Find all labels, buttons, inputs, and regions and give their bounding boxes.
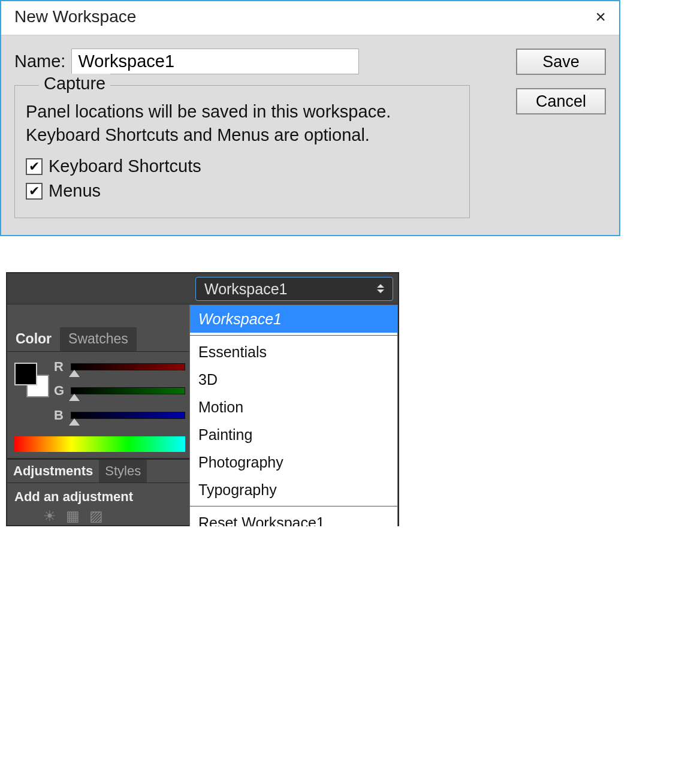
tab-swatches[interactable]: Swatches	[60, 327, 137, 351]
channel-label-g: G	[54, 383, 67, 399]
dialog-body: Name: Capture Panel locations will be sa…	[1, 35, 619, 235]
checkbox-label: Keyboard Shortcuts	[49, 156, 201, 176]
workspace-menu-item-workspace1[interactable]: Workspace1	[190, 305, 397, 333]
checkbox-menus[interactable]: ✔ Menus	[26, 181, 458, 201]
name-input[interactable]	[71, 49, 359, 74]
capture-description: Panel locations will be saved in this wo…	[26, 100, 458, 147]
channel-label-r: R	[54, 359, 67, 375]
workspace-menu: Workspace1 Essentials 3D Motion Painting…	[189, 304, 398, 526]
workspace-menu-item-typography[interactable]: Typography	[190, 476, 397, 503]
add-adjustment-label: Add an adjustment	[7, 483, 191, 507]
slider-b[interactable]: B	[54, 408, 185, 423]
color-slider-area: R G B	[14, 359, 185, 432]
panels-area: Workspace1 Color Swatches R	[6, 272, 399, 526]
cancel-button[interactable]: Cancel	[516, 88, 606, 114]
capture-groupbox: Capture Panel locations will be saved in…	[14, 85, 470, 218]
workspace-menu-item-painting[interactable]: Painting	[190, 421, 397, 448]
workspace-menu-item-reset[interactable]: Reset Workspace1	[190, 509, 397, 526]
app-bar: Workspace1	[7, 273, 398, 304]
save-button[interactable]: Save	[516, 49, 606, 75]
foreground-swatch[interactable]	[14, 363, 37, 385]
workspace-menu-item-motion[interactable]: Motion	[190, 393, 397, 421]
tab-styles[interactable]: Styles	[99, 460, 147, 483]
updown-icon	[377, 284, 384, 293]
panels-content: Color Swatches R G	[7, 304, 398, 524]
slider-track-r[interactable]	[71, 363, 185, 370]
tab-color[interactable]: Color	[7, 327, 60, 351]
left-panels: Color Swatches R G	[7, 304, 192, 524]
slider-thumb-icon[interactable]	[69, 418, 80, 426]
capture-legend: Capture	[39, 74, 110, 94]
curves-icon[interactable]: ▨	[89, 508, 103, 525]
adjustment-icons-row: ☀ ▦ ▨	[7, 508, 191, 525]
workspace-switcher-label: Workspace1	[204, 280, 288, 298]
rgb-sliders: R G B	[54, 359, 185, 432]
name-label: Name:	[14, 52, 65, 71]
checkbox-label: Menus	[49, 181, 101, 201]
color-spectrum[interactable]	[14, 436, 185, 452]
menu-divider	[190, 506, 397, 506]
dialog-title: New Workspace	[14, 7, 136, 26]
slider-thumb-icon[interactable]	[69, 394, 80, 401]
menu-divider	[190, 335, 397, 336]
workspace-menu-item-essentials[interactable]: Essentials	[190, 338, 397, 366]
adjustments-panel-tabs: Adjustments Styles	[7, 460, 191, 483]
slider-g[interactable]: G	[54, 383, 185, 399]
adjustments-panel: Adjustments Styles Add an adjustment ☀ ▦…	[7, 459, 191, 525]
name-row: Name:	[14, 49, 498, 74]
workspace-menu-item-3d[interactable]: 3D	[190, 366, 397, 393]
slider-thumb-icon[interactable]	[69, 370, 80, 377]
checkbox-icon[interactable]: ✔	[26, 158, 43, 175]
brightness-contrast-icon[interactable]: ☀	[43, 508, 56, 525]
slider-track-b[interactable]	[71, 412, 185, 419]
dialog-titlebar: New Workspace ×	[1, 1, 619, 35]
workspace-menu-item-photography[interactable]: Photography	[190, 448, 397, 476]
checkbox-icon[interactable]: ✔	[26, 183, 43, 200]
close-icon[interactable]: ×	[593, 8, 608, 26]
slider-r[interactable]: R	[54, 359, 185, 375]
color-panel-tabs: Color Swatches	[7, 327, 191, 352]
dialog-buttons: Save Cancel	[516, 49, 606, 114]
new-workspace-dialog: New Workspace × Name: Capture Panel loca…	[0, 0, 620, 236]
channel-label-b: B	[54, 408, 67, 423]
foreground-background-swatches[interactable]	[14, 363, 49, 397]
slider-track-g[interactable]	[71, 387, 185, 394]
levels-icon[interactable]: ▦	[66, 508, 80, 525]
tab-adjustments[interactable]: Adjustments	[7, 460, 99, 483]
checkbox-keyboard-shortcuts[interactable]: ✔ Keyboard Shortcuts	[26, 156, 458, 176]
color-panel: R G B	[7, 352, 191, 459]
dialog-form: Name: Capture Panel locations will be sa…	[14, 49, 498, 218]
workspace-switcher[interactable]: Workspace1	[195, 277, 393, 301]
